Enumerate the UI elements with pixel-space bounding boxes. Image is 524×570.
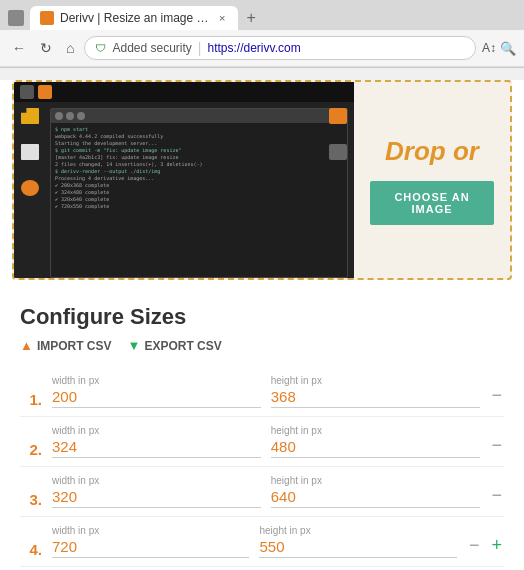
remove-row-1-button[interactable]: − bbox=[490, 386, 505, 404]
height-label-4: height in px bbox=[259, 525, 456, 536]
home-button[interactable]: ⌂ bbox=[62, 38, 78, 58]
width-field-2: width in px 324 bbox=[52, 425, 261, 458]
import-csv-label: IMPORT CSV bbox=[37, 339, 112, 353]
terminal-window: $ npm start webpack 4.44.2 compiled succ… bbox=[50, 108, 348, 278]
size-rows: 1. width in px 200 height in px 368 − 2.… bbox=[20, 367, 504, 567]
width-label-2: width in px bbox=[52, 425, 261, 436]
width-label-1: width in px bbox=[52, 375, 261, 386]
add-row-button[interactable]: + bbox=[489, 536, 504, 554]
width-value-4[interactable]: 720 bbox=[52, 538, 249, 558]
width-field-3: width in px 320 bbox=[52, 475, 261, 508]
row-actions-1: − bbox=[490, 386, 505, 408]
desktop-taskbar bbox=[14, 82, 354, 102]
height-label-1: height in px bbox=[271, 375, 480, 386]
desktop-icons-right bbox=[328, 108, 348, 168]
nav-right-icons: A↕ 🔍 bbox=[482, 41, 516, 56]
height-value-3[interactable]: 640 bbox=[271, 488, 480, 508]
nav-bar: ← ↻ ⌂ 🛡 Added security | https://derivv.… bbox=[0, 30, 524, 67]
desktop-icon-user bbox=[20, 180, 40, 204]
image-preview: $ npm start webpack 4.44.2 compiled succ… bbox=[14, 82, 354, 278]
tab-favicon bbox=[40, 11, 54, 25]
upload-icon: ▲ bbox=[20, 338, 33, 353]
terminal-titlebar bbox=[51, 109, 347, 123]
height-value-4[interactable]: 550 bbox=[259, 538, 456, 558]
height-value-2[interactable]: 480 bbox=[271, 438, 480, 458]
font-size-icon[interactable]: A↕ bbox=[482, 41, 496, 55]
refresh-button[interactable]: ↻ bbox=[36, 38, 56, 58]
export-csv-label: EXPORT CSV bbox=[144, 339, 221, 353]
remove-row-4-button[interactable]: − bbox=[467, 536, 482, 554]
row-actions-4: − + bbox=[467, 536, 504, 558]
taskbar-icon-2 bbox=[38, 85, 52, 99]
drop-or-label: Drop or bbox=[385, 136, 479, 167]
configure-section: Configure Sizes ▲ IMPORT CSV ▼ EXPORT CS… bbox=[0, 292, 524, 570]
row-number-3: 3. bbox=[20, 491, 42, 508]
user-icon bbox=[21, 180, 39, 196]
width-label-4: width in px bbox=[52, 525, 249, 536]
width-value-1[interactable]: 200 bbox=[52, 388, 261, 408]
remove-row-3-button[interactable]: − bbox=[490, 486, 505, 504]
desktop-icon-right-1 bbox=[328, 108, 348, 132]
height-field-2: height in px 480 bbox=[271, 425, 480, 458]
page-content: $ npm start webpack 4.44.2 compiled succ… bbox=[0, 80, 524, 570]
taskbar-icon-1 bbox=[20, 85, 34, 99]
row-actions-2: − bbox=[490, 436, 505, 458]
table-row: 1. width in px 200 height in px 368 − bbox=[20, 367, 504, 417]
browser-window-icon bbox=[8, 10, 24, 26]
table-row: 2. width in px 324 height in px 480 − bbox=[20, 417, 504, 467]
table-row: 4. width in px 720 height in px 550 − + bbox=[20, 517, 504, 567]
text-icon bbox=[21, 144, 39, 160]
row-number-4: 4. bbox=[20, 541, 42, 558]
csv-actions: ▲ IMPORT CSV ▼ EXPORT CSV bbox=[20, 338, 504, 353]
height-field-1: height in px 368 bbox=[271, 375, 480, 408]
choose-image-button[interactable]: CHOOSE AN IMAGE bbox=[370, 181, 494, 225]
terminal-content: $ npm start webpack 4.44.2 compiled succ… bbox=[51, 123, 347, 213]
configure-title: Configure Sizes bbox=[20, 304, 504, 330]
width-field-4: width in px 720 bbox=[52, 525, 249, 558]
desktop-icon-right-2 bbox=[328, 144, 348, 168]
back-button[interactable]: ← bbox=[8, 38, 30, 58]
drop-zone[interactable]: $ npm start webpack 4.44.2 compiled succ… bbox=[12, 80, 512, 280]
preview-desktop: $ npm start webpack 4.44.2 compiled succ… bbox=[14, 82, 354, 278]
folder-icon bbox=[21, 108, 39, 124]
row-number-2: 2. bbox=[20, 441, 42, 458]
table-row: 3. width in px 320 height in px 640 − bbox=[20, 467, 504, 517]
width-value-3[interactable]: 320 bbox=[52, 488, 261, 508]
address-bar[interactable]: 🛡 Added security | https://derivv.com bbox=[84, 36, 476, 60]
address-divider: | bbox=[198, 40, 202, 56]
search-icon[interactable]: 🔍 bbox=[500, 41, 516, 56]
height-field-3: height in px 640 bbox=[271, 475, 480, 508]
desktop-icons-left bbox=[20, 108, 40, 204]
drop-text-area: Drop or CHOOSE AN IMAGE bbox=[354, 82, 510, 278]
row-actions-3: − bbox=[490, 486, 505, 508]
height-field-4: height in px 550 bbox=[259, 525, 456, 558]
term-close bbox=[55, 112, 63, 120]
active-tab[interactable]: Derivv | Resize an image to multi × bbox=[30, 6, 238, 30]
term-min bbox=[66, 112, 74, 120]
height-label-3: height in px bbox=[271, 475, 480, 486]
url-text: https://derivv.com bbox=[208, 41, 301, 55]
tab-close-button[interactable]: × bbox=[216, 11, 228, 25]
width-label-3: width in px bbox=[52, 475, 261, 486]
term-max bbox=[77, 112, 85, 120]
security-text: Added security bbox=[112, 41, 191, 55]
height-value-1[interactable]: 368 bbox=[271, 388, 480, 408]
browser-chrome: Derivv | Resize an image to multi × + ← … bbox=[0, 0, 524, 68]
download-icon: ▼ bbox=[128, 338, 141, 353]
tab-label: Derivv | Resize an image to multi bbox=[60, 11, 210, 25]
desktop-icon-text bbox=[20, 144, 40, 168]
export-csv-button[interactable]: ▼ EXPORT CSV bbox=[128, 338, 222, 353]
new-tab-button[interactable]: + bbox=[242, 9, 259, 27]
remove-row-2-button[interactable]: − bbox=[490, 436, 505, 454]
tab-bar: Derivv | Resize an image to multi × + bbox=[0, 0, 524, 30]
import-csv-button[interactable]: ▲ IMPORT CSV bbox=[20, 338, 112, 353]
width-value-2[interactable]: 324 bbox=[52, 438, 261, 458]
height-label-2: height in px bbox=[271, 425, 480, 436]
row-number-1: 1. bbox=[20, 391, 42, 408]
security-icon: 🛡 bbox=[95, 42, 106, 54]
right-icon-1 bbox=[329, 108, 347, 124]
desktop-icon-folder bbox=[20, 108, 40, 132]
width-field-1: width in px 200 bbox=[52, 375, 261, 408]
right-icon-2 bbox=[329, 144, 347, 160]
